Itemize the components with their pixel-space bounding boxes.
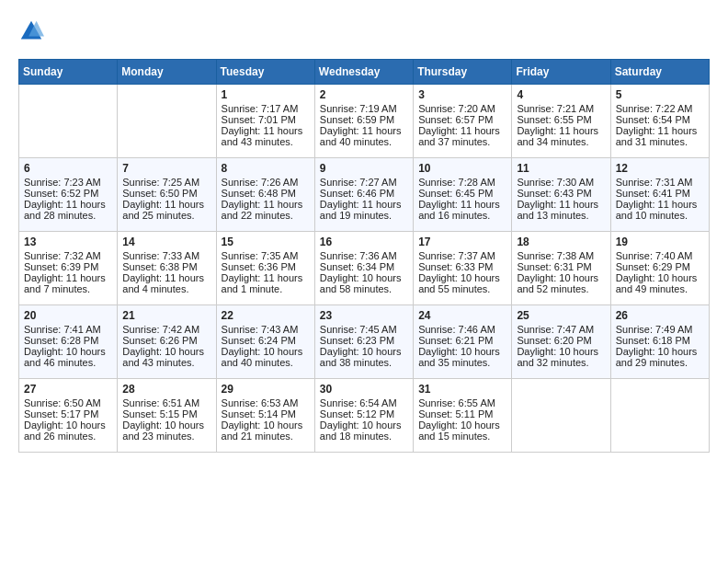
daylight: Daylight: 11 hours and 1 minute.: [222, 272, 303, 294]
sunrise: Sunrise: 7:21 AM: [517, 103, 594, 114]
day-number: 28: [122, 383, 210, 396]
sunrise: Sunrise: 7:35 AM: [222, 250, 299, 261]
logo: [18, 18, 48, 44]
sunset: Sunset: 6:55 PM: [517, 114, 591, 125]
daylight: Daylight: 10 hours and 46 minutes.: [24, 346, 106, 368]
sunrise: Sunrise: 7:40 AM: [616, 250, 693, 261]
calendar-cell: 25 Sunrise: 7:47 AM Sunset: 6:20 PM Dayl…: [512, 305, 610, 379]
sunset: Sunset: 6:28 PM: [24, 335, 98, 346]
sunrise: Sunrise: 7:32 AM: [24, 250, 101, 261]
sunset: Sunset: 6:29 PM: [616, 261, 690, 272]
daylight: Daylight: 10 hours and 21 minutes.: [222, 419, 303, 442]
calendar-cell: 18 Sunrise: 7:38 AM Sunset: 6:31 PM Dayl…: [512, 232, 610, 305]
calendar-cell: 17 Sunrise: 7:37 AM Sunset: 6:33 PM Dayl…: [414, 232, 512, 305]
calendar-cell: 3 Sunrise: 7:20 AM Sunset: 6:57 PM Dayli…: [414, 85, 512, 158]
sunrise: Sunrise: 7:26 AM: [222, 177, 299, 188]
calendar-cell: 28 Sunrise: 6:51 AM Sunset: 5:15 PM Dayl…: [118, 379, 216, 453]
calendar-cell: 4 Sunrise: 7:21 AM Sunset: 6:55 PM Dayli…: [512, 85, 610, 158]
calendar-cell: 8 Sunrise: 7:26 AM Sunset: 6:48 PM Dayli…: [216, 158, 314, 232]
sunset: Sunset: 6:43 PM: [517, 188, 591, 199]
day-number: 3: [418, 88, 506, 101]
day-number: 16: [320, 236, 408, 248]
calendar-cell: 31 Sunrise: 6:55 AM Sunset: 5:11 PM Dayl…: [414, 379, 512, 453]
daylight: Daylight: 11 hours and 13 minutes.: [517, 199, 598, 221]
calendar-cell: 24 Sunrise: 7:46 AM Sunset: 6:21 PM Dayl…: [414, 305, 512, 379]
calendar-header-row: SundayMondayTuesdayWednesdayThursdayFrid…: [19, 60, 710, 85]
day-number: 23: [320, 309, 408, 322]
sunrise: Sunrise: 6:50 AM: [24, 397, 101, 408]
day-number: 14: [122, 236, 210, 248]
day-number: 6: [24, 162, 112, 175]
calendar-cell: [118, 85, 216, 158]
calendar-cell: 23 Sunrise: 7:45 AM Sunset: 6:23 PM Dayl…: [314, 305, 413, 379]
daylight: Daylight: 10 hours and 35 minutes.: [418, 346, 500, 368]
sunset: Sunset: 5:15 PM: [122, 408, 197, 419]
daylight: Daylight: 10 hours and 15 minutes.: [418, 419, 500, 442]
sunrise: Sunrise: 7:33 AM: [122, 250, 199, 261]
daylight: Daylight: 11 hours and 37 minutes.: [418, 125, 500, 147]
sunset: Sunset: 6:24 PM: [222, 335, 296, 346]
calendar-cell: 5 Sunrise: 7:22 AM Sunset: 6:54 PM Dayli…: [610, 85, 709, 158]
day-number: 22: [222, 309, 310, 322]
day-number: 18: [517, 236, 605, 248]
sunrise: Sunrise: 7:25 AM: [122, 177, 199, 188]
sunset: Sunset: 6:54 PM: [616, 114, 690, 125]
day-number: 8: [222, 162, 310, 175]
day-number: 25: [517, 309, 605, 322]
sunset: Sunset: 6:23 PM: [320, 335, 394, 346]
header-friday: Friday: [512, 60, 610, 85]
sunset: Sunset: 6:36 PM: [222, 261, 296, 272]
sunrise: Sunrise: 7:45 AM: [320, 324, 397, 335]
calendar-table: SundayMondayTuesdayWednesdayThursdayFrid…: [18, 59, 710, 453]
daylight: Daylight: 11 hours and 4 minutes.: [122, 272, 204, 294]
day-number: 12: [616, 162, 704, 175]
sunset: Sunset: 6:48 PM: [222, 188, 296, 199]
sunrise: Sunrise: 6:54 AM: [320, 397, 397, 408]
daylight: Daylight: 11 hours and 7 minutes.: [24, 272, 106, 294]
sunset: Sunset: 5:11 PM: [418, 408, 493, 419]
daylight: Daylight: 10 hours and 58 minutes.: [320, 272, 402, 294]
day-number: 5: [616, 88, 704, 101]
header-wednesday: Wednesday: [314, 60, 413, 85]
daylight: Daylight: 11 hours and 10 minutes.: [616, 199, 698, 221]
sunset: Sunset: 6:26 PM: [122, 335, 197, 346]
day-number: 19: [616, 236, 704, 248]
sunrise: Sunrise: 7:19 AM: [320, 103, 397, 114]
daylight: Daylight: 11 hours and 19 minutes.: [320, 199, 402, 221]
sunrise: Sunrise: 7:47 AM: [517, 324, 594, 335]
daylight: Daylight: 10 hours and 55 minutes.: [418, 272, 500, 294]
daylight: Daylight: 11 hours and 22 minutes.: [222, 199, 303, 221]
calendar-week-4: 20 Sunrise: 7:41 AM Sunset: 6:28 PM Dayl…: [19, 305, 710, 379]
calendar-cell: 27 Sunrise: 6:50 AM Sunset: 5:17 PM Dayl…: [19, 379, 118, 453]
day-number: 30: [320, 383, 408, 396]
sunset: Sunset: 6:31 PM: [517, 261, 591, 272]
calendar-cell: 29 Sunrise: 6:53 AM Sunset: 5:14 PM Dayl…: [216, 379, 314, 453]
sunrise: Sunrise: 7:46 AM: [418, 324, 495, 335]
sunset: Sunset: 6:46 PM: [320, 188, 394, 199]
calendar-week-5: 27 Sunrise: 6:50 AM Sunset: 5:17 PM Dayl…: [19, 379, 710, 453]
calendar-week-2: 6 Sunrise: 7:23 AM Sunset: 6:52 PM Dayli…: [19, 158, 710, 232]
daylight: Daylight: 10 hours and 18 minutes.: [320, 419, 402, 442]
calendar-week-3: 13 Sunrise: 7:32 AM Sunset: 6:39 PM Dayl…: [19, 232, 710, 305]
sunrise: Sunrise: 7:22 AM: [616, 103, 693, 114]
daylight: Daylight: 10 hours and 23 minutes.: [122, 419, 204, 442]
sunrise: Sunrise: 7:28 AM: [418, 177, 495, 188]
sunrise: Sunrise: 7:36 AM: [320, 250, 397, 261]
day-number: 21: [122, 309, 210, 322]
sunset: Sunset: 6:21 PM: [418, 335, 493, 346]
day-number: 31: [418, 383, 506, 396]
daylight: Daylight: 10 hours and 32 minutes.: [517, 346, 598, 368]
sunset: Sunset: 6:41 PM: [616, 188, 690, 199]
sunrise: Sunrise: 7:41 AM: [24, 324, 101, 335]
calendar-cell: 26 Sunrise: 7:49 AM Sunset: 6:18 PM Dayl…: [610, 305, 709, 379]
daylight: Daylight: 10 hours and 26 minutes.: [24, 419, 106, 442]
sunset: Sunset: 6:57 PM: [418, 114, 493, 125]
calendar-cell: 10 Sunrise: 7:28 AM Sunset: 6:45 PM Dayl…: [414, 158, 512, 232]
sunrise: Sunrise: 7:37 AM: [418, 250, 495, 261]
daylight: Daylight: 11 hours and 16 minutes.: [418, 199, 500, 221]
day-number: 15: [222, 236, 310, 248]
daylight: Daylight: 11 hours and 31 minutes.: [616, 125, 698, 147]
sunset: Sunset: 6:45 PM: [418, 188, 493, 199]
daylight: Daylight: 10 hours and 29 minutes.: [616, 346, 698, 368]
day-number: 26: [616, 309, 704, 322]
